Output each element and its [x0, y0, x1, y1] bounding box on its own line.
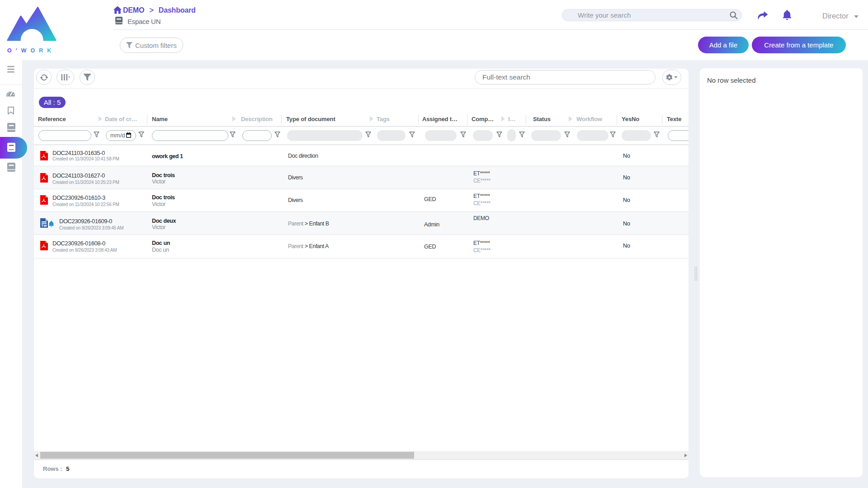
- svg-text:W: W: [44, 224, 47, 228]
- svg-text:O'WORK: O'WORK: [7, 47, 55, 54]
